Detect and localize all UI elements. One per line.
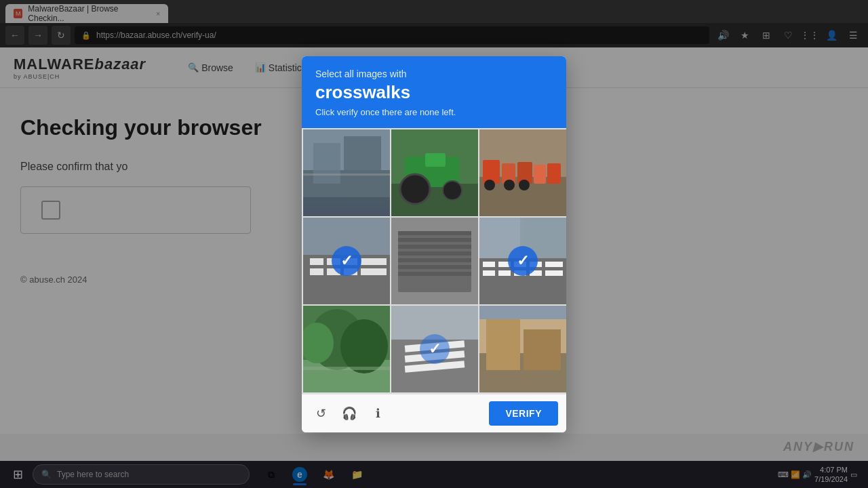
svg-rect-62 — [303, 367, 390, 370]
captcha-cell-3[interactable] — [479, 129, 566, 216]
captcha-grid: ✓ — [302, 128, 566, 394]
selected-overlay-6: ✓ — [479, 218, 566, 304]
svg-rect-4 — [344, 136, 381, 184]
captcha-cell-6[interactable]: ✓ — [479, 218, 566, 304]
refresh-icon: ↺ — [316, 406, 326, 421]
captcha-refresh-button[interactable]: ↺ — [310, 403, 332, 424]
captcha-header-hint: Click verify once there are none left. — [315, 107, 553, 117]
captcha-modal: Select all images with crosswalks Click … — [302, 56, 566, 432]
svg-rect-37 — [398, 238, 471, 242]
captcha-cell-8[interactable]: ✓ — [391, 306, 478, 392]
svg-rect-3 — [313, 143, 340, 184]
captcha-image-7 — [303, 306, 390, 392]
check-icon-8: ✓ — [420, 334, 450, 364]
captcha-image-5 — [391, 218, 478, 304]
captcha-cell-1[interactable] — [303, 129, 390, 216]
svg-rect-38 — [398, 245, 471, 249]
svg-rect-5 — [303, 174, 390, 176]
captcha-image-9 — [479, 306, 566, 392]
captcha-header-title: crosswalks — [315, 82, 553, 103]
captcha-cell-7[interactable] — [303, 306, 390, 392]
svg-rect-36 — [398, 231, 471, 235]
svg-point-19 — [484, 180, 495, 190]
captcha-audio-button[interactable]: 🎧 — [338, 403, 360, 424]
svg-rect-17 — [534, 165, 546, 184]
selected-overlay-8: ✓ — [391, 306, 478, 392]
svg-rect-11 — [425, 153, 446, 167]
check-icon-4: ✓ — [332, 246, 361, 276]
svg-rect-39 — [398, 251, 471, 256]
captcha-image-2 — [391, 129, 478, 216]
svg-point-10 — [443, 181, 462, 200]
check-icon-6: ✓ — [508, 246, 538, 276]
captcha-cell-5[interactable] — [391, 218, 478, 304]
captcha-footer: ↺ 🎧 ℹ VERIFY — [302, 394, 566, 432]
svg-rect-40 — [398, 258, 471, 262]
svg-rect-72 — [486, 319, 520, 370]
svg-rect-42 — [398, 272, 471, 276]
svg-point-20 — [504, 180, 515, 190]
svg-point-60 — [340, 319, 388, 373]
svg-rect-2 — [303, 197, 390, 216]
svg-rect-73 — [524, 329, 561, 370]
captcha-info-button[interactable]: ℹ — [367, 403, 389, 424]
info-icon: ℹ — [376, 406, 380, 421]
captcha-image-3 — [479, 129, 566, 216]
svg-point-9 — [400, 174, 430, 204]
svg-rect-74 — [479, 306, 566, 319]
captcha-image-1 — [303, 129, 390, 216]
captcha-header-sub: Select all images with — [315, 68, 553, 79]
selected-overlay-4: ✓ — [303, 218, 390, 304]
captcha-overlay: Select all images with crosswalks Click … — [0, 0, 868, 488]
captcha-cell-9[interactable] — [479, 306, 566, 392]
svg-rect-18 — [547, 163, 561, 184]
svg-point-21 — [519, 180, 530, 190]
captcha-cell-4[interactable]: ✓ — [303, 218, 390, 304]
audio-icon: 🎧 — [342, 406, 357, 421]
captcha-header: Select all images with crosswalks Click … — [302, 56, 566, 128]
captcha-cell-2[interactable] — [391, 129, 478, 216]
verify-button[interactable]: VERIFY — [489, 401, 558, 426]
svg-rect-41 — [398, 265, 471, 269]
